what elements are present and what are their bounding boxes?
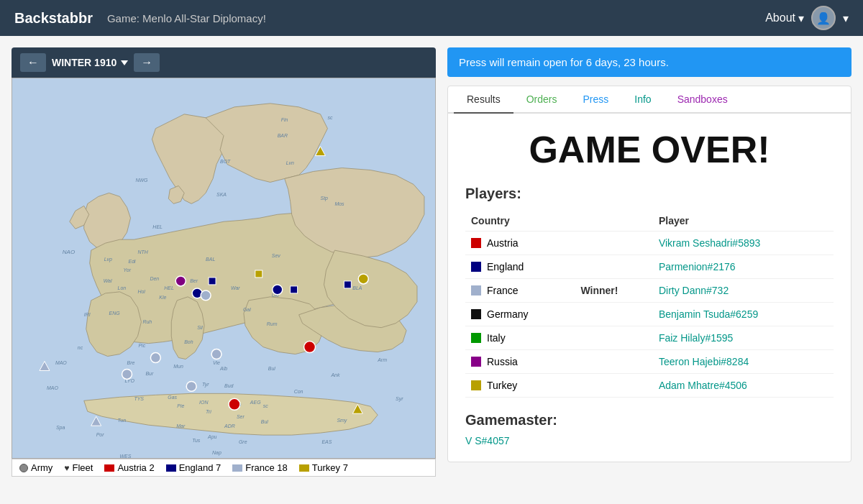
legend-army: Army <box>19 462 52 473</box>
country-cell: Russia <box>465 350 575 374</box>
svg-text:Yor: Yor <box>124 267 132 272</box>
tab-press[interactable]: Press <box>570 86 621 114</box>
country-color-icon <box>471 285 481 295</box>
svg-text:Por: Por <box>96 432 105 437</box>
legend-fleet: ♥ Fleet <box>64 462 93 473</box>
svg-text:BAR: BAR <box>278 133 288 138</box>
tab-panel: Results Orders Press Info Sandboxes GAME… <box>447 86 851 462</box>
svg-text:Pic: Pic <box>138 343 145 348</box>
col-player-name: Player <box>653 211 834 232</box>
player-link[interactable]: Benjamin Tsuda#6259 <box>659 308 758 320</box>
country-cell: Germany <box>465 303 575 326</box>
tab-orders[interactable]: Orders <box>513 86 570 114</box>
svg-text:Vie: Vie <box>213 360 220 365</box>
svg-text:Gal: Gal <box>243 307 251 312</box>
table-row: EnglandParmenion#2176 <box>465 255 834 279</box>
country-color-icon <box>471 238 481 248</box>
press-banner: Press will remain open for 6 days, 23 ho… <box>447 47 851 77</box>
game-title: Game: Menlo All-Star Diplomacy! <box>107 12 266 24</box>
tab-info[interactable]: Info <box>621 86 664 114</box>
svg-text:Con: Con <box>294 389 303 394</box>
country-cell: England <box>465 255 575 279</box>
svg-text:NTH: NTH <box>137 249 148 255</box>
country-color-icon <box>471 262 481 272</box>
svg-text:SKA: SKA <box>216 192 227 197</box>
svg-text:ENG: ENG <box>109 311 121 316</box>
table-row: TurkeyAdam Mhatre#4506 <box>465 374 834 398</box>
svg-text:Rum: Rum <box>267 321 278 326</box>
svg-text:sc: sc <box>327 115 332 120</box>
svg-rect-79 <box>209 278 216 285</box>
country-cell: France <box>465 279 575 303</box>
svg-text:Tun: Tun <box>118 418 127 423</box>
player-link[interactable]: Parmenion#2176 <box>659 261 736 272</box>
main-content: ← WINTER 1910 → <box>0 36 863 488</box>
prev-season-button[interactable]: ← <box>20 53 46 72</box>
svg-text:Stp: Stp <box>320 196 328 201</box>
svg-text:Tyr: Tyr <box>202 382 209 388</box>
svg-text:Bul: Bul <box>268 366 276 371</box>
svg-text:Mun: Mun <box>173 364 183 369</box>
svg-text:Gas: Gas <box>168 395 177 400</box>
tab-results[interactable]: Results <box>454 86 513 114</box>
svg-text:WES: WES <box>120 454 132 458</box>
players-table: Country Player AustriaVikram Seshadri#58… <box>465 211 834 398</box>
table-row: ItalyFaiz Hilaly#1595 <box>465 326 834 350</box>
army-icon <box>19 464 28 472</box>
game-over-title: GAME OVER! <box>465 128 834 171</box>
svg-text:Mos: Mos <box>334 201 344 206</box>
country-color-icon <box>471 380 481 390</box>
country-cell: Austria <box>465 232 575 255</box>
player-link[interactable]: Dirty Dann#732 <box>659 285 729 296</box>
user-avatar[interactable]: 👤 <box>811 6 836 30</box>
svg-text:ADR: ADR <box>224 423 235 429</box>
table-row: RussiaTeeron Hajebi#8284 <box>465 350 834 374</box>
svg-point-86 <box>122 369 132 379</box>
country-cell: Italy <box>465 326 575 350</box>
svg-text:Spa: Spa <box>56 425 65 431</box>
svg-text:Sil: Sil <box>197 325 203 330</box>
players-label: Players: <box>465 185 834 202</box>
player-link[interactable]: Vikram Seshadri#5893 <box>659 237 760 249</box>
player-link[interactable]: Adam Mhatre#4506 <box>659 380 747 391</box>
svg-point-87 <box>186 381 196 391</box>
next-season-button[interactable]: → <box>134 53 160 72</box>
svg-text:Pie: Pie <box>177 403 184 408</box>
avatar-icon: 👤 <box>816 12 831 25</box>
svg-text:Lvp: Lvp <box>104 257 112 262</box>
svg-text:ION: ION <box>199 400 209 405</box>
about-button[interactable]: About ▾ <box>765 12 804 25</box>
france-flag-icon <box>232 464 242 472</box>
svg-text:Den: Den <box>150 276 159 281</box>
player-link[interactable]: Teeron Hajebi#8284 <box>659 356 749 367</box>
svg-text:Tri: Tri <box>206 409 211 414</box>
legend-austria: Austria 2 <box>104 462 154 473</box>
svg-text:Ruh: Ruh <box>142 319 152 324</box>
about-label: About <box>765 12 795 24</box>
svg-text:Ank: Ank <box>330 372 340 377</box>
svg-text:TYS: TYS <box>134 396 144 401</box>
legend-france: France 18 <box>232 462 288 473</box>
svg-point-85 <box>150 353 160 363</box>
player-link[interactable]: Faiz Hilaly#1595 <box>659 332 734 344</box>
svg-rect-81 <box>291 286 298 293</box>
svg-text:Syr: Syr <box>396 396 403 402</box>
svg-text:sc: sc <box>263 403 268 408</box>
svg-text:Lon: Lon <box>118 285 127 290</box>
brand-logo[interactable]: Backstabbr <box>14 10 93 27</box>
svg-text:Ser: Ser <box>237 414 245 419</box>
navbar-right: About ▾ 👤 ▾ <box>765 6 849 30</box>
svg-text:Lvn: Lvn <box>286 160 294 165</box>
austria-flag-icon <box>104 464 114 472</box>
svg-text:Boh: Boh <box>184 339 193 344</box>
tab-sandboxes[interactable]: Sandboxes <box>665 86 741 114</box>
svg-text:MAO: MAO <box>55 360 67 365</box>
map-panel: ← WINTER 1910 → <box>12 47 436 477</box>
legend-turkey: Turkey 7 <box>299 462 348 473</box>
country-cell: Turkey <box>465 374 575 398</box>
gamemaster-link[interactable]: V S#4057 <box>465 435 510 446</box>
svg-text:MAO: MAO <box>47 385 58 390</box>
svg-text:Gre: Gre <box>239 439 247 444</box>
avatar-chevron-icon: ▾ <box>843 12 849 25</box>
fleet-icon: ♥ <box>64 463 69 473</box>
